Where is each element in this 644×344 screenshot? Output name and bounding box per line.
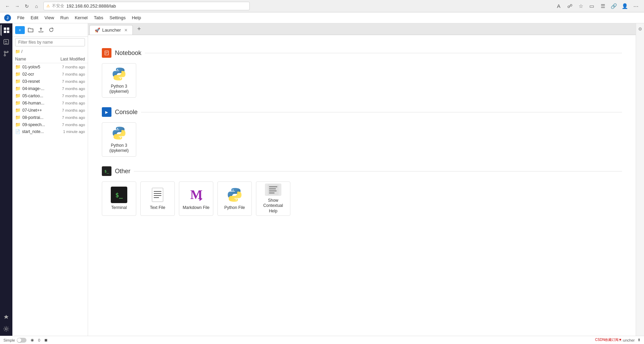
svg-point-15 bbox=[120, 137, 121, 138]
profile-button[interactable]: 👤 bbox=[620, 1, 630, 11]
file-name-1: 02-ocr bbox=[22, 72, 34, 77]
text-file-icon bbox=[149, 187, 166, 203]
menu-help[interactable]: Help bbox=[129, 14, 144, 22]
file-item-9[interactable]: 📄 start_note... 1 minute ago bbox=[12, 128, 88, 135]
new-launcher-button[interactable]: + bbox=[15, 26, 25, 34]
sidebar-running-icon[interactable] bbox=[1, 36, 12, 47]
console-section-icon: ▶ bbox=[102, 107, 111, 117]
file-time-8: 7 months ago bbox=[62, 123, 85, 127]
folder-icon-5: 📁 bbox=[15, 100, 21, 106]
file-item-7[interactable]: 📁 08-portrai... 7 months ago bbox=[12, 114, 88, 121]
upload-button[interactable] bbox=[36, 25, 45, 34]
folder-icon-1: 📁 bbox=[15, 71, 21, 77]
address-bar[interactable]: ⚠ 不安全 192.168.60.252:8888/lab bbox=[43, 2, 250, 10]
menu-view[interactable]: View bbox=[42, 14, 57, 22]
menu-tabs[interactable]: Tabs bbox=[91, 14, 106, 22]
plus-icon: + bbox=[19, 27, 21, 33]
folder-icon-0: 📁 bbox=[15, 64, 21, 69]
status-toggle[interactable] bbox=[17, 338, 26, 343]
extensions-button[interactable]: 🔗 bbox=[609, 1, 619, 11]
folder-icon-4: 📁 bbox=[15, 93, 21, 98]
file-time-0: 7 months ago bbox=[62, 65, 85, 69]
file-filter-input[interactable] bbox=[15, 38, 85, 46]
svg-rect-29 bbox=[269, 192, 275, 193]
file-name-7: 08-portrai... bbox=[22, 115, 43, 120]
split-button[interactable]: ▭ bbox=[587, 1, 597, 11]
reload-button[interactable]: ↻ bbox=[23, 2, 31, 10]
other-section-icon: $_ bbox=[102, 166, 111, 176]
menu-edit[interactable]: Edit bbox=[28, 14, 41, 22]
svg-point-24 bbox=[236, 199, 237, 200]
column-modified: Last Modified bbox=[61, 57, 85, 62]
new-tab-button[interactable]: + bbox=[134, 24, 144, 34]
svg-rect-4 bbox=[4, 31, 6, 33]
browser-actions: A ☍ ☆ ▭ ☰ 🔗 👤 ⋯ bbox=[554, 1, 641, 11]
back-button[interactable]: ← bbox=[3, 2, 12, 10]
markdown-file-label: Markdown File bbox=[183, 205, 210, 211]
contextual-help-icon bbox=[265, 184, 281, 196]
markdown-file-card[interactable]: M Markdown File bbox=[179, 181, 213, 216]
contextual-help-card[interactable]: Show Contextual Help bbox=[256, 181, 290, 216]
tab-launcher[interactable]: 🚀 Launcher ✕ bbox=[89, 25, 133, 35]
svg-point-10 bbox=[4, 55, 6, 56]
favorites-button[interactable]: ☰ bbox=[598, 1, 608, 11]
sidebar-settings-icon[interactable] bbox=[1, 323, 12, 334]
file-path: 📁 / bbox=[12, 48, 88, 55]
file-browser-panel: + bbox=[12, 23, 88, 336]
more-button[interactable]: ⋯ bbox=[631, 1, 641, 11]
file-time-4: 7 months ago bbox=[62, 94, 85, 98]
svg-rect-16 bbox=[152, 188, 163, 202]
file-search[interactable] bbox=[12, 37, 88, 48]
file-list-header[interactable]: Name Last Modified bbox=[12, 55, 88, 63]
file-item-1[interactable]: 📁 02-ocr 7 months ago bbox=[12, 70, 88, 78]
svg-rect-26 bbox=[269, 186, 277, 187]
forward-button[interactable]: → bbox=[13, 2, 21, 10]
terminal-card[interactable]: $_ Terminal bbox=[102, 181, 136, 216]
folder-icon-2: 📁 bbox=[15, 79, 21, 84]
file-time-5: 7 months ago bbox=[62, 101, 85, 105]
svg-point-23 bbox=[233, 190, 234, 191]
refresh-button[interactable] bbox=[47, 25, 56, 34]
file-time-9: 1 minute ago bbox=[63, 130, 85, 134]
notebook-section-divider bbox=[145, 53, 622, 53]
browser-nav-buttons: ← → ↻ ⌂ bbox=[3, 2, 41, 10]
file-item-6[interactable]: 📁 07-Unet++ 7 months ago bbox=[12, 107, 88, 114]
file-item-3[interactable]: 📁 04-image-... 7 months ago bbox=[12, 85, 88, 92]
path-text: / bbox=[21, 49, 22, 54]
notebook-python3-card[interactable]: Python 3(ipykernel) bbox=[102, 63, 136, 98]
menu-kernel[interactable]: Kernel bbox=[72, 14, 90, 22]
security-label: 不安全 bbox=[52, 3, 64, 9]
svg-text:J: J bbox=[7, 16, 9, 20]
console-python3-card[interactable]: Python 3(ipykernel) bbox=[102, 122, 136, 157]
launcher-content: Notebook bbox=[88, 35, 636, 336]
menu-settings[interactable]: Settings bbox=[107, 14, 128, 22]
read-mode-button[interactable]: ☍ bbox=[565, 1, 575, 11]
right-sidebar: ⚙ bbox=[636, 23, 644, 336]
file-item-4[interactable]: 📁 05-cartoo... 7 months ago bbox=[12, 92, 88, 99]
translate-button[interactable]: A bbox=[554, 1, 564, 11]
file-item-2[interactable]: 📁 03-resnet 7 months ago bbox=[12, 78, 88, 85]
sidebar-files-icon[interactable] bbox=[1, 25, 12, 36]
menu-file[interactable]: File bbox=[14, 14, 27, 22]
svg-point-12 bbox=[117, 69, 118, 70]
address-text: 192.168.60.252:8888/lab bbox=[66, 3, 116, 9]
sidebar-extensions-icon[interactable] bbox=[1, 312, 12, 323]
tab-close-button[interactable]: ✕ bbox=[124, 28, 128, 33]
file-item-0[interactable]: 📁 01-yolov5 7 months ago bbox=[12, 63, 88, 70]
other-cards-row: $_ Terminal bbox=[102, 181, 622, 216]
file-item-5[interactable]: 📁 06-human... 7 months ago bbox=[12, 99, 88, 107]
folder-path-icon: 📁 bbox=[15, 49, 20, 54]
menu-run[interactable]: Run bbox=[57, 14, 71, 22]
text-file-card[interactable]: Text File bbox=[140, 181, 175, 216]
home-button[interactable]: ⌂ bbox=[32, 2, 41, 10]
file-name-6: 07-Unet++ bbox=[22, 108, 42, 113]
file-item-8[interactable]: 📁 09-speech... 7 months ago bbox=[12, 121, 88, 128]
right-settings-icon[interactable]: ⚙ bbox=[637, 25, 644, 32]
file-time-6: 7 months ago bbox=[62, 108, 85, 112]
svg-rect-3 bbox=[7, 27, 9, 30]
python-file-card[interactable]: Python File bbox=[217, 181, 252, 216]
bookmark-button[interactable]: ☆ bbox=[576, 1, 586, 11]
new-folder-button[interactable] bbox=[26, 25, 35, 34]
sidebar-git-icon[interactable] bbox=[1, 48, 12, 59]
other-section-divider bbox=[134, 171, 622, 171]
